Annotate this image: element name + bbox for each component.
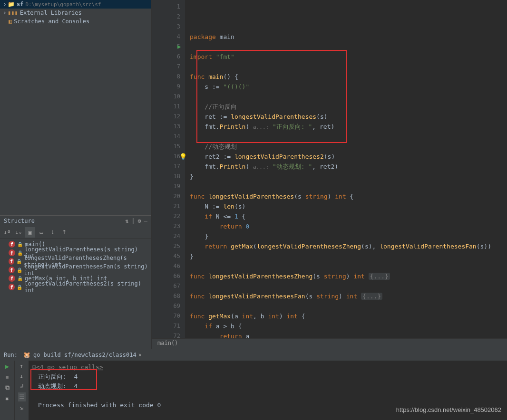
show-non-public-icon[interactable]: ▭ xyxy=(36,227,47,238)
function-icon: f xyxy=(9,284,15,290)
code-line[interactable] xyxy=(190,301,507,311)
sort-alpha-icon[interactable]: ↓ª xyxy=(2,227,12,238)
down-icon[interactable]: ↓ xyxy=(20,372,24,380)
gutter[interactable]: 12345▶6789101112131415161718192021222324… xyxy=(152,0,185,338)
external-libraries-label: External Libraries xyxy=(20,10,82,16)
code-line[interactable]: package main xyxy=(190,32,507,42)
autoscroll-source-icon[interactable]: ⤓ xyxy=(48,227,58,238)
code-line[interactable] xyxy=(190,261,507,271)
show-fields-icon[interactable]: ▣ xyxy=(25,227,35,238)
code-line[interactable]: func main() { xyxy=(190,72,507,82)
code-line[interactable]: N := len(s) xyxy=(190,201,507,211)
pin-icon[interactable]: ✖ xyxy=(5,395,9,402)
scratches-label: Scratches and Consoles xyxy=(14,18,89,25)
go-icon: 🐹 xyxy=(23,352,30,358)
code-line[interactable] xyxy=(190,181,507,191)
scroll-icon[interactable]: ⇲ xyxy=(20,404,24,411)
code-line[interactable]: //动态规划 xyxy=(190,142,507,152)
run-title: Run: xyxy=(4,352,18,358)
minimize-icon[interactable]: — xyxy=(144,218,147,224)
setup-calls[interactable]: <4 go setup calls> xyxy=(36,363,103,371)
chevron-right-icon[interactable]: › xyxy=(2,10,8,16)
wrap-icon[interactable]: ↲ xyxy=(20,382,24,390)
output-line: 动态规划: 4 xyxy=(32,382,503,391)
code-line[interactable]: return getMax(longestValidParenthesesZhe… xyxy=(190,241,507,251)
output-line: 正向反向: 4 xyxy=(32,372,503,382)
structure-header: Structure ⇅ | ⚙ — xyxy=(0,216,151,226)
code-line[interactable]: } xyxy=(190,251,507,261)
external-libraries-row[interactable]: › ▮▮▮ External Libraries xyxy=(0,9,151,17)
project-tree[interactable]: › 📁 sf D:\mysetup\gopath\src\sf › ▮▮▮ Ex… xyxy=(0,0,151,215)
lock-icon: 🔒 xyxy=(16,259,22,264)
run-config-name[interactable]: go build sf/newclass2/class014 xyxy=(33,352,136,358)
project-root-name: sf xyxy=(17,1,23,8)
code-line[interactable]: import "fmt" xyxy=(190,52,507,62)
stop-icon[interactable]: ◼ xyxy=(6,374,9,380)
structure-panel: Structure ⇅ | ⚙ — ↓ª ↓ᵥ ▣ ▭ ⤓ ⤒ xyxy=(0,215,151,349)
code-line[interactable]: if a > b { xyxy=(190,321,507,331)
lock-icon: 🔒 xyxy=(17,242,23,247)
layout-icon[interactable]: ⧉ xyxy=(5,384,10,391)
folder-icon: 📁 xyxy=(8,1,15,8)
structure-item[interactable]: f🔒longestValidParentheses2(s string) int xyxy=(0,283,151,291)
code-line[interactable]: if N <= 1 { xyxy=(190,211,507,221)
function-icon: f xyxy=(9,267,15,273)
code-line[interactable]: fmt.Println( a...: "动态规划: ", ret2) xyxy=(190,162,507,172)
code-line[interactable]: func longestValidParenthesesZheng(s stri… xyxy=(190,271,507,281)
function-icon: f xyxy=(9,275,15,282)
lock-icon: 🔒 xyxy=(17,267,22,273)
structure-list[interactable]: f🔒main() f🔒longestValidParentheses(s str… xyxy=(0,239,151,349)
code-line[interactable]: func getMax(a int, b int) int { xyxy=(190,311,507,321)
code-line[interactable]: fmt.Println( a...: "正向反向: ", ret) xyxy=(190,122,507,132)
close-tab-icon[interactable]: × xyxy=(138,352,142,358)
code-line[interactable]: return 0 xyxy=(190,221,507,231)
code-line[interactable]: return a xyxy=(190,331,507,338)
lock-icon: 🔒 xyxy=(17,285,22,290)
breadcrumb-item[interactable]: main() xyxy=(157,340,178,346)
code-line[interactable] xyxy=(190,281,507,291)
chevron-right-icon[interactable]: › xyxy=(2,1,8,8)
code-body[interactable]: package mainimport "fmt"func main() { s … xyxy=(185,0,507,338)
structure-item[interactable]: f🔒longestValidParenthesesFan(s string) i… xyxy=(0,266,151,274)
left-panel: › 📁 sf D:\mysetup\gopath\src\sf › ▮▮▮ Ex… xyxy=(0,0,152,349)
gear-icon[interactable]: ⚙ xyxy=(138,218,141,224)
function-icon: f xyxy=(9,258,14,265)
intention-bulb-icon[interactable]: 💡 xyxy=(179,152,187,162)
project-root-row[interactable]: › 📁 sf D:\mysetup\gopath\src\sf xyxy=(0,0,151,9)
code-line[interactable] xyxy=(190,92,507,102)
function-icon: f xyxy=(9,249,15,256)
fold-icon[interactable]: ⊞ xyxy=(32,363,36,371)
breadcrumb[interactable]: main() xyxy=(152,338,507,349)
function-icon: f xyxy=(9,241,15,248)
code-line[interactable]: s := "(()()" xyxy=(190,82,507,92)
project-root-path: D:\mysetup\gopath\src\sf xyxy=(25,1,101,8)
structure-toolbar: ↓ª ↓ᵥ ▣ ▭ ⤓ ⤒ xyxy=(0,226,151,239)
run-icon[interactable]: ▶ xyxy=(5,363,9,370)
code-line[interactable]: func longestValidParentheses(s string) i… xyxy=(190,191,507,201)
code-line[interactable]: } xyxy=(190,231,507,241)
code-line[interactable]: func longestValidParenthesesFan(s string… xyxy=(190,291,507,301)
divider-icon: | xyxy=(131,218,135,224)
code-line[interactable] xyxy=(190,62,507,72)
structure-title: Structure xyxy=(4,218,35,224)
code-line[interactable]: ret := longestValidParentheses(s) xyxy=(190,112,507,122)
run-header: Run: 🐹 go build sf/newclass2/class014 × xyxy=(0,349,507,361)
lock-icon: 🔒 xyxy=(17,250,23,256)
code-line[interactable]: //正向反向 xyxy=(190,102,507,112)
code-line[interactable]: } xyxy=(190,172,507,181)
up-icon[interactable]: ↑ xyxy=(20,363,24,370)
code-line[interactable] xyxy=(190,132,507,142)
code-line[interactable] xyxy=(190,42,507,52)
library-icon: ▮▮▮ xyxy=(8,10,18,16)
watermark: https://blog.csdn.net/weixin_48502062 xyxy=(396,406,501,413)
lock-icon: 🔒 xyxy=(17,276,23,281)
code-area[interactable]: 12345▶6789101112131415161718192021222324… xyxy=(152,0,507,338)
scratch-icon: ◧ xyxy=(9,18,12,25)
code-line[interactable]: 💡 ret2 := longestValidParentheses2(s) xyxy=(190,152,507,162)
autoscroll-from-icon[interactable]: ⤒ xyxy=(59,227,69,238)
run-gutter-icon[interactable]: ▶ xyxy=(177,42,181,52)
sort-visibility-icon[interactable]: ↓ᵥ xyxy=(13,227,24,238)
sort-icon[interactable]: ⇅ xyxy=(125,218,128,224)
scratches-row[interactable]: ◧ Scratches and Consoles xyxy=(0,17,151,26)
print-icon[interactable]: ☰ xyxy=(18,392,26,401)
